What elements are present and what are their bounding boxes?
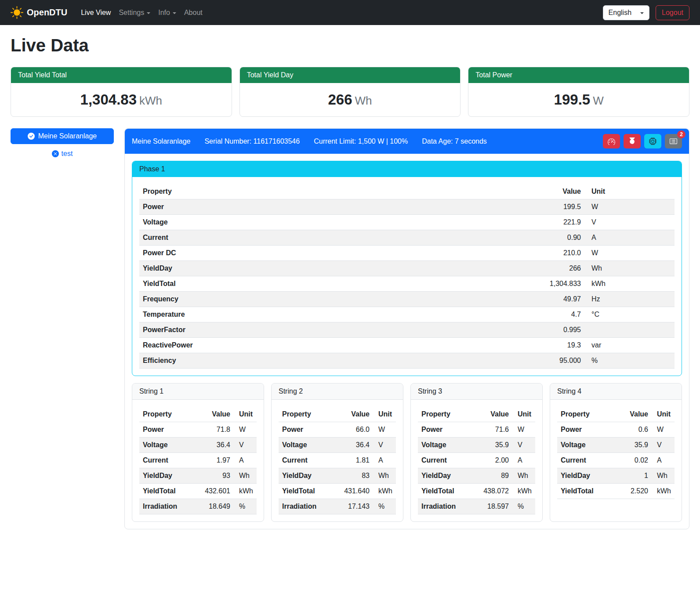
nav-settings[interactable]: Settings bbox=[115, 5, 154, 20]
unit-cell: var bbox=[584, 338, 675, 353]
unit-cell: W bbox=[652, 422, 675, 438]
value-header: Value bbox=[201, 407, 234, 422]
property-cell: Current bbox=[139, 230, 532, 246]
table-row: YieldTotal438.072kWh bbox=[418, 484, 535, 499]
value-cell: 19.3 bbox=[532, 338, 584, 353]
total-yield-total-card: Total Yield Total 1,304.83kWh bbox=[11, 67, 232, 117]
phase-body: PropertyValueUnit Power199.5W Voltage221… bbox=[132, 177, 682, 376]
phase-card: Phase 1 PropertyValueUnit Power199.5W Vo… bbox=[132, 161, 682, 376]
value-cell: 199.5 bbox=[532, 199, 584, 215]
nav-about[interactable]: About bbox=[180, 5, 207, 20]
value-cell: 1.97 bbox=[201, 453, 234, 468]
x-circle-icon[interactable] bbox=[52, 150, 59, 157]
phase-title: Phase 1 bbox=[132, 161, 682, 177]
value-cell: 35.9 bbox=[620, 438, 652, 453]
nav-links: Live View Settings Info About bbox=[77, 5, 207, 20]
inverter-panel: Meine Solaranlage Serial Number: 1161716… bbox=[124, 128, 689, 529]
unit-cell: kWh bbox=[234, 484, 257, 499]
brand[interactable]: OpenDTU bbox=[11, 6, 67, 19]
value-cell: 0.995 bbox=[532, 322, 584, 338]
unit-header: Unit bbox=[584, 184, 675, 199]
property-cell: Voltage bbox=[279, 438, 341, 453]
property-cell: Current bbox=[279, 453, 341, 468]
property-cell: YieldDay bbox=[279, 468, 341, 484]
table-row: Current2.00A bbox=[418, 453, 535, 468]
property-cell: YieldDay bbox=[139, 261, 532, 276]
main-container: Live Data Total Yield Total 1,304.83kWh … bbox=[0, 25, 700, 540]
event-log-button[interactable]: 2 bbox=[665, 134, 682, 148]
logout-button[interactable]: Logout bbox=[656, 5, 689, 20]
check-circle-icon bbox=[28, 133, 35, 140]
table-row: Current1.81A bbox=[279, 453, 396, 468]
value-cell: 0.02 bbox=[620, 453, 652, 468]
unit-cell: Wh bbox=[512, 468, 535, 484]
table-header-row: PropertyValueUnit bbox=[418, 407, 535, 422]
inverter-serial: Serial Number: 116171603546 bbox=[204, 137, 300, 145]
unit-header: Unit bbox=[652, 407, 675, 422]
nav-info[interactable]: Info bbox=[154, 5, 180, 20]
language-select[interactable]: English bbox=[603, 5, 649, 20]
unit-cell: A bbox=[512, 453, 535, 468]
table-row: Current1.97A bbox=[139, 453, 257, 468]
inverter-test-label: test bbox=[62, 150, 73, 158]
inverter-panel-header: Meine Solaranlage Serial Number: 1161716… bbox=[125, 129, 689, 154]
unit-cell: Wh bbox=[652, 468, 675, 484]
table-row: Voltage221.9V bbox=[139, 215, 675, 230]
inverter-data-age: Data Age: 7 seconds bbox=[422, 137, 487, 145]
property-cell: YieldDay bbox=[557, 468, 620, 484]
value-cell: 36.4 bbox=[201, 438, 234, 453]
table-row: Power199.5W bbox=[139, 199, 675, 215]
table-row: YieldDay93Wh bbox=[139, 468, 257, 484]
value-header: Value bbox=[620, 407, 652, 422]
inverter-select-button[interactable]: Meine Solaranlage bbox=[11, 128, 114, 144]
power-toggle-button[interactable] bbox=[624, 134, 641, 148]
value-cell: 2.520 bbox=[620, 484, 652, 499]
nav-live-view[interactable]: Live View bbox=[77, 5, 115, 20]
value-cell: 36.4 bbox=[341, 438, 373, 453]
device-info-button[interactable] bbox=[644, 134, 661, 148]
card-value-row: 266Wh bbox=[240, 83, 461, 116]
unit-cell: A bbox=[584, 230, 675, 246]
string-4-card: String 4 PropertyValueUnit Power0.6W Vol… bbox=[550, 383, 682, 522]
brand-label: OpenDTU bbox=[27, 7, 67, 18]
unit-cell: V bbox=[512, 438, 535, 453]
table-row: YieldTotal431.640kWh bbox=[279, 484, 396, 499]
card-title: Total Yield Day bbox=[240, 67, 461, 83]
string-title: String 4 bbox=[550, 384, 682, 400]
journal-list-icon bbox=[670, 137, 677, 145]
string-1-card: String 1 PropertyValueUnit Power71.8W Vo… bbox=[132, 383, 264, 522]
unit-header: Unit bbox=[512, 407, 535, 422]
table-row: ReactivePower19.3var bbox=[139, 338, 675, 353]
content-row: Meine Solaranlage test Meine Solaranlage… bbox=[11, 128, 689, 529]
string-body: PropertyValueUnit Power0.6W Voltage35.9V… bbox=[550, 400, 682, 521]
chevron-down-icon bbox=[147, 12, 150, 14]
unit-cell: % bbox=[512, 499, 535, 514]
table-row: Power71.8W bbox=[139, 422, 257, 438]
property-cell: Efficiency bbox=[139, 353, 532, 369]
unit-cell: W bbox=[234, 422, 257, 438]
inverter-actions: 2 bbox=[603, 134, 682, 148]
table-row: YieldTotal1,304.833kWh bbox=[139, 276, 675, 292]
table-row: Irradiation17.143% bbox=[279, 499, 396, 514]
value-cell: 432.601 bbox=[201, 484, 234, 499]
property-cell: Voltage bbox=[557, 438, 620, 453]
property-cell: PowerFactor bbox=[139, 322, 532, 338]
value-cell: 95.000 bbox=[532, 353, 584, 369]
property-cell: YieldDay bbox=[418, 468, 480, 484]
value-cell: 83 bbox=[341, 468, 373, 484]
chevron-down-icon bbox=[640, 12, 644, 14]
total-yield-day-card: Total Yield Day 266Wh bbox=[239, 67, 461, 117]
unit-cell: V bbox=[584, 215, 675, 230]
nav-about-label: About bbox=[184, 9, 203, 17]
limit-settings-button[interactable] bbox=[603, 134, 620, 148]
unit-cell: V bbox=[652, 438, 675, 453]
card-value-row: 1,304.83kWh bbox=[11, 83, 232, 116]
chevron-down-icon bbox=[173, 12, 176, 14]
property-cell: Voltage bbox=[139, 215, 532, 230]
table-row: Current0.90A bbox=[139, 230, 675, 246]
card-value-row: 199.5W bbox=[468, 83, 689, 116]
table-row: Efficiency95.000% bbox=[139, 353, 675, 369]
inverter-test-link[interactable]: test bbox=[11, 150, 114, 158]
property-cell: Power bbox=[139, 199, 532, 215]
unit-cell: kWh bbox=[512, 484, 535, 499]
